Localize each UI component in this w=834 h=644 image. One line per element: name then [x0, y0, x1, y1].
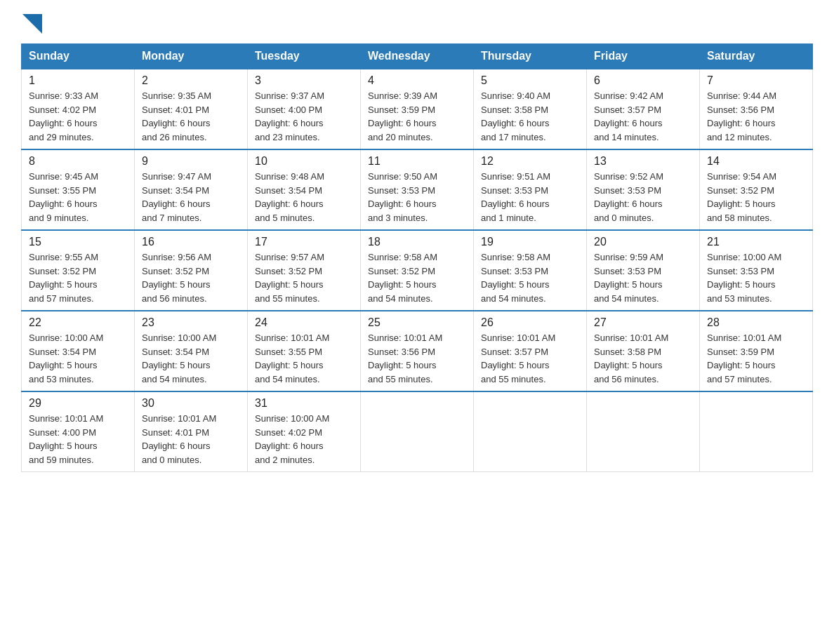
day-info: Sunrise: 9:56 AMSunset: 3:52 PMDaylight:…: [142, 252, 211, 304]
calendar-week-row: 1 Sunrise: 9:33 AMSunset: 4:02 PMDayligh…: [22, 69, 813, 149]
logo-arrow-icon: [22, 14, 42, 34]
calendar-day-cell: 19 Sunrise: 9:58 AMSunset: 3:53 PMDaylig…: [474, 230, 587, 311]
day-info: Sunrise: 9:37 AMSunset: 4:00 PMDaylight:…: [255, 90, 324, 142]
calendar-day-cell: 10 Sunrise: 9:48 AMSunset: 3:54 PMDaylig…: [248, 149, 361, 230]
calendar-day-cell: 21 Sunrise: 10:00 AMSunset: 3:53 PMDayli…: [700, 230, 813, 311]
calendar-day-cell: 25 Sunrise: 10:01 AMSunset: 3:56 PMDayli…: [361, 311, 474, 391]
weekday-header-tuesday: Tuesday: [248, 44, 361, 69]
day-number: 21: [707, 236, 805, 248]
weekday-header-saturday: Saturday: [700, 44, 813, 69]
day-number: 15: [29, 236, 127, 248]
calendar-day-cell: 3 Sunrise: 9:37 AMSunset: 4:00 PMDayligh…: [248, 69, 361, 149]
calendar-day-cell: 8 Sunrise: 9:45 AMSunset: 3:55 PMDayligh…: [22, 149, 135, 230]
day-info: Sunrise: 9:58 AMSunset: 3:53 PMDaylight:…: [481, 252, 550, 304]
day-info: Sunrise: 9:51 AMSunset: 3:53 PMDaylight:…: [481, 171, 550, 223]
calendar-day-cell: 24 Sunrise: 10:01 AMSunset: 3:55 PMDayli…: [248, 311, 361, 391]
calendar-day-cell: 20 Sunrise: 9:59 AMSunset: 3:53 PMDaylig…: [587, 230, 700, 311]
day-number: 23: [142, 316, 240, 329]
calendar-day-cell: [474, 391, 587, 472]
day-info: Sunrise: 9:55 AMSunset: 3:52 PMDaylight:…: [29, 252, 98, 304]
calendar-day-cell: 27 Sunrise: 10:01 AMSunset: 3:58 PMDayli…: [587, 311, 700, 391]
day-number: 28: [707, 316, 805, 329]
calendar-week-row: 8 Sunrise: 9:45 AMSunset: 3:55 PMDayligh…: [22, 149, 813, 230]
day-number: 3: [255, 74, 353, 87]
calendar-day-cell: 2 Sunrise: 9:35 AMSunset: 4:01 PMDayligh…: [135, 69, 248, 149]
day-info: Sunrise: 9:52 AMSunset: 3:53 PMDaylight:…: [594, 171, 663, 223]
calendar-day-cell: 18 Sunrise: 9:58 AMSunset: 3:52 PMDaylig…: [361, 230, 474, 311]
calendar-day-cell: 26 Sunrise: 10:01 AMSunset: 3:57 PMDayli…: [474, 311, 587, 391]
calendar-week-row: 22 Sunrise: 10:00 AMSunset: 3:54 PMDayli…: [22, 311, 813, 391]
calendar-table: SundayMondayTuesdayWednesdayThursdayFrid…: [21, 43, 813, 472]
day-number: 24: [255, 316, 353, 329]
calendar-week-row: 29 Sunrise: 10:01 AMSunset: 4:00 PMDayli…: [22, 391, 813, 472]
day-info: Sunrise: 9:50 AMSunset: 3:53 PMDaylight:…: [368, 171, 437, 223]
day-info: Sunrise: 10:01 AMSunset: 4:01 PMDaylight…: [142, 413, 216, 465]
day-info: Sunrise: 10:01 AMSunset: 3:57 PMDaylight…: [481, 333, 555, 384]
weekday-header-monday: Monday: [135, 44, 248, 69]
day-number: 20: [594, 236, 692, 248]
day-number: 30: [142, 397, 240, 410]
day-number: 12: [481, 155, 579, 168]
calendar-day-cell: 22 Sunrise: 10:00 AMSunset: 3:54 PMDayli…: [22, 311, 135, 391]
weekday-header-sunday: Sunday: [22, 44, 135, 69]
calendar-day-cell: 28 Sunrise: 10:01 AMSunset: 3:59 PMDayli…: [700, 311, 813, 391]
calendar-day-cell: [700, 391, 813, 472]
day-info: Sunrise: 9:58 AMSunset: 3:52 PMDaylight:…: [368, 252, 437, 304]
day-info: Sunrise: 10:01 AMSunset: 3:59 PMDaylight…: [707, 333, 781, 384]
day-info: Sunrise: 9:42 AMSunset: 3:57 PMDaylight:…: [594, 90, 663, 142]
logo: [21, 14, 42, 31]
day-number: 19: [481, 236, 579, 248]
day-info: Sunrise: 9:57 AMSunset: 3:52 PMDaylight:…: [255, 252, 324, 304]
day-info: Sunrise: 9:35 AMSunset: 4:01 PMDaylight:…: [142, 90, 211, 142]
calendar-day-cell: 5 Sunrise: 9:40 AMSunset: 3:58 PMDayligh…: [474, 69, 587, 149]
day-info: Sunrise: 9:39 AMSunset: 3:59 PMDaylight:…: [368, 90, 437, 142]
day-info: Sunrise: 10:00 AMSunset: 3:54 PMDaylight…: [29, 333, 103, 384]
day-number: 11: [368, 155, 466, 168]
calendar-day-cell: 31 Sunrise: 10:00 AMSunset: 4:02 PMDayli…: [248, 391, 361, 472]
day-info: Sunrise: 9:45 AMSunset: 3:55 PMDaylight:…: [29, 171, 98, 223]
day-number: 18: [368, 236, 466, 248]
day-info: Sunrise: 10:01 AMSunset: 3:56 PMDaylight…: [368, 333, 442, 384]
calendar-day-cell: 6 Sunrise: 9:42 AMSunset: 3:57 PMDayligh…: [587, 69, 700, 149]
svg-marker-0: [22, 14, 42, 34]
day-info: Sunrise: 10:01 AMSunset: 3:55 PMDaylight…: [255, 333, 329, 384]
calendar-day-cell: [361, 391, 474, 472]
calendar-day-cell: 23 Sunrise: 10:00 AMSunset: 3:54 PMDayli…: [135, 311, 248, 391]
day-number: 31: [255, 397, 353, 410]
day-number: 9: [142, 155, 240, 168]
day-number: 6: [594, 74, 692, 87]
day-number: 29: [29, 397, 127, 410]
day-info: Sunrise: 9:54 AMSunset: 3:52 PMDaylight:…: [707, 171, 776, 223]
calendar-day-cell: 12 Sunrise: 9:51 AMSunset: 3:53 PMDaylig…: [474, 149, 587, 230]
calendar-day-cell: 4 Sunrise: 9:39 AMSunset: 3:59 PMDayligh…: [361, 69, 474, 149]
day-info: Sunrise: 9:40 AMSunset: 3:58 PMDaylight:…: [481, 90, 550, 142]
day-number: 25: [368, 316, 466, 329]
day-number: 17: [255, 236, 353, 248]
page-header: [21, 14, 813, 31]
calendar-day-cell: 30 Sunrise: 10:01 AMSunset: 4:01 PMDayli…: [135, 391, 248, 472]
day-number: 1: [29, 74, 127, 87]
calendar-week-row: 15 Sunrise: 9:55 AMSunset: 3:52 PMDaylig…: [22, 230, 813, 311]
day-number: 16: [142, 236, 240, 248]
weekday-header-friday: Friday: [587, 44, 700, 69]
day-number: 13: [594, 155, 692, 168]
calendar-day-cell: 29 Sunrise: 10:01 AMSunset: 4:00 PMDayli…: [22, 391, 135, 472]
calendar-day-cell: 11 Sunrise: 9:50 AMSunset: 3:53 PMDaylig…: [361, 149, 474, 230]
weekday-header-thursday: Thursday: [474, 44, 587, 69]
day-number: 2: [142, 74, 240, 87]
day-number: 26: [481, 316, 579, 329]
calendar-day-cell: 16 Sunrise: 9:56 AMSunset: 3:52 PMDaylig…: [135, 230, 248, 311]
day-info: Sunrise: 9:33 AMSunset: 4:02 PMDaylight:…: [29, 90, 98, 142]
day-info: Sunrise: 9:44 AMSunset: 3:56 PMDaylight:…: [707, 90, 776, 142]
calendar-day-cell: 1 Sunrise: 9:33 AMSunset: 4:02 PMDayligh…: [22, 69, 135, 149]
day-info: Sunrise: 10:00 AMSunset: 3:53 PMDaylight…: [707, 252, 781, 304]
calendar-day-cell: 9 Sunrise: 9:47 AMSunset: 3:54 PMDayligh…: [135, 149, 248, 230]
day-info: Sunrise: 10:01 AMSunset: 4:00 PMDaylight…: [29, 413, 103, 465]
day-number: 22: [29, 316, 127, 329]
calendar-day-cell: [587, 391, 700, 472]
day-info: Sunrise: 10:00 AMSunset: 3:54 PMDaylight…: [142, 333, 216, 384]
day-info: Sunrise: 9:48 AMSunset: 3:54 PMDaylight:…: [255, 171, 324, 223]
calendar-day-cell: 13 Sunrise: 9:52 AMSunset: 3:53 PMDaylig…: [587, 149, 700, 230]
calendar-day-cell: 7 Sunrise: 9:44 AMSunset: 3:56 PMDayligh…: [700, 69, 813, 149]
weekday-header-row: SundayMondayTuesdayWednesdayThursdayFrid…: [22, 44, 813, 69]
